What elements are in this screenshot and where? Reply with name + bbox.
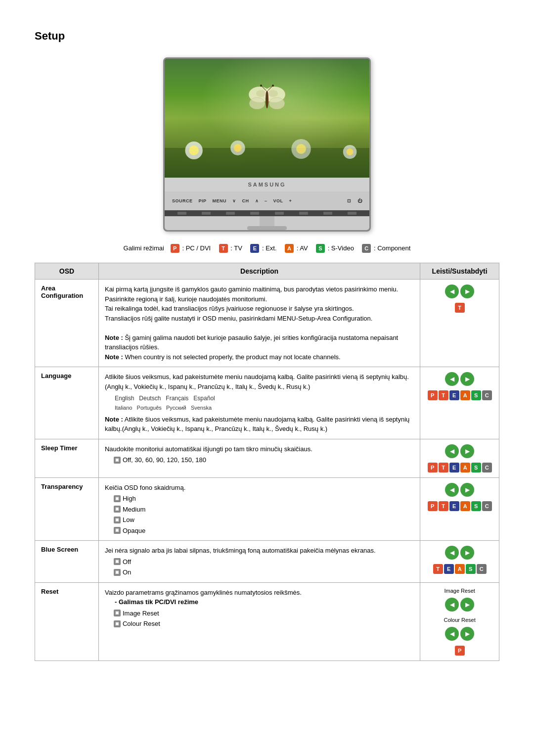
row-ctrl-blue-screen: ◀ ▶ T E A S C — [420, 541, 499, 583]
tv-controls-bar: SOURCE PIP MENU ∨ CH ∧ – VOL + ⊡ ⏻ — [165, 191, 369, 210]
svg-point-17 — [296, 144, 306, 154]
mode-line: Galimi režimai P : PC / DVI T : TV E : E… — [35, 244, 499, 253]
svg-point-1 — [249, 97, 265, 109]
row-ctrl-language: ◀ ▶ P T E A S C — [420, 367, 499, 439]
badge-a: A — [460, 390, 470, 400]
svg-point-15 — [234, 144, 242, 152]
arrow-left-btn[interactable]: ◀ — [445, 483, 459, 497]
row-ctrl-transparency: ◀ ▶ P T E A S C — [420, 477, 499, 541]
tv-pip-btn[interactable]: PIP — [199, 198, 207, 203]
table-row: Blue Screen Jei nėra signalo arba jis la… — [35, 541, 499, 583]
badge-t: T — [439, 463, 448, 472]
arrow-right-btn[interactable]: ▶ — [460, 483, 474, 497]
badge-c: C — [482, 463, 492, 472]
arrow-left-btn-colour[interactable]: ◀ — [445, 627, 459, 641]
mode-prefix: Galimi režimai — [124, 244, 164, 252]
badge-e: E — [449, 463, 459, 472]
tv-bottom-strip — [165, 210, 369, 216]
double-arrow-btns-colour: ◀ ▶ — [445, 627, 474, 641]
svg-point-3 — [269, 97, 285, 109]
badge-c: C — [482, 390, 492, 400]
double-arrow-btns: ◀ ▶ — [445, 546, 474, 560]
tv-vol-down-btn[interactable]: – — [265, 198, 267, 203]
col-header-osd: OSD — [35, 263, 99, 280]
colour-reset-label: Colour Reset — [123, 619, 160, 629]
row-label-language: Language — [35, 367, 99, 439]
colour-reset-text: Colour Reset — [444, 617, 476, 623]
tv-ch-down-btn[interactable]: ∨ — [232, 198, 236, 203]
badge-e: E — [449, 390, 459, 400]
arrow-left-btn[interactable]: ◀ — [445, 444, 459, 458]
badge-s: S — [466, 564, 476, 574]
mode-badge-s: S — [316, 244, 325, 253]
table-row: Transparency Keičia OSD fono skaidrumą. … — [35, 477, 499, 541]
row-ctrl-sleep-timer: ◀ ▶ P T E A S C — [420, 439, 499, 477]
badge-s: S — [471, 463, 481, 472]
double-arrow-btns-image: ◀ ▶ — [445, 598, 474, 612]
row-desc-blue-screen: Jei nėra signalo arba jis labai silpnas,… — [98, 541, 420, 583]
col-header-leisti: Leisti/Sustabdyti — [420, 263, 499, 280]
double-arrow-btns: ◀ ▶ — [445, 284, 474, 298]
tv-ch-up-btn[interactable]: ∧ — [255, 198, 259, 203]
svg-point-19 — [347, 148, 354, 155]
row-ctrl-reset: Image Reset ◀ ▶ Colour Reset ◀ ▶ P — [420, 582, 499, 661]
mode-badge-t: T — [219, 244, 228, 253]
tv-image-container: SAMSUNG SOURCE PIP MENU ∨ CH ∧ – VOL + ⊡… — [35, 57, 499, 232]
row-desc-language: Atlikite šiuos veiksmus, kad pakeistumėt… — [98, 367, 420, 439]
arrow-left-btn[interactable]: ◀ — [445, 372, 459, 386]
tv-menu-btn[interactable]: MENU — [213, 198, 227, 203]
mode-badge-c: C — [362, 244, 371, 253]
arrow-right-btn-colour[interactable]: ▶ — [460, 627, 474, 641]
badge-p: P — [428, 501, 438, 511]
arrow-right-btn[interactable]: ▶ — [460, 546, 474, 560]
row-label-reset: Reset — [35, 582, 99, 661]
tv-power-btn[interactable]: ⏻ — [357, 198, 362, 203]
mode-badge-a: A — [285, 244, 294, 253]
tv-vol-up-btn[interactable]: + — [289, 198, 292, 203]
svg-point-9 — [260, 85, 262, 87]
tv-display: SAMSUNG SOURCE PIP MENU ∨ CH ∧ – VOL + ⊡… — [163, 57, 371, 232]
tv-extra-btn[interactable]: ⊡ — [347, 198, 352, 203]
table-row: Language Atlikite šiuos veiksmus, kad pa… — [35, 367, 499, 439]
row-label-sleep-timer: Sleep Timer — [35, 439, 99, 477]
svg-point-13 — [189, 145, 199, 155]
badge-e: E — [444, 564, 454, 574]
row-desc-area-config: Kai pirmą kartą įjungsite iš gamyklos ga… — [98, 280, 420, 367]
badge-t: T — [433, 564, 443, 574]
table-row: AreaConfiguration Kai pirmą kartą įjungs… — [35, 280, 499, 367]
row-desc-sleep-timer: Naudokite monitoriui automatiškai išjung… — [98, 439, 420, 477]
arrow-right-btn[interactable]: ▶ — [460, 372, 474, 386]
table-header-row: OSD Description Leisti/Sustabdyti — [35, 263, 499, 280]
badge-t: T — [439, 501, 448, 511]
arrow-right-btn[interactable]: ▶ — [460, 284, 474, 298]
setup-table: OSD Description Leisti/Sustabdyti AreaCo… — [35, 263, 499, 661]
badge-a: A — [455, 564, 465, 574]
badge-e: E — [449, 501, 459, 511]
arrow-right-btn[interactable]: ▶ — [460, 598, 474, 612]
butterfly-image — [247, 84, 287, 113]
svg-point-10 — [272, 85, 274, 87]
badge-p: P — [428, 463, 438, 472]
arrow-left-btn[interactable]: ◀ — [445, 546, 459, 560]
double-arrow-btns: ◀ ▶ — [445, 483, 474, 497]
mode-badge-p: P — [171, 244, 179, 253]
image-reset-text: Image Reset — [444, 588, 475, 594]
row-desc-transparency: Keičia OSD fono skaidrumą. ▣ High ▣ Medi… — [98, 477, 420, 541]
row-desc-reset: Vaizdo parametrams grąžinamos gamyklinės… — [98, 582, 420, 661]
arrow-left-btn[interactable]: ◀ — [445, 598, 459, 612]
svg-point-5 — [268, 90, 278, 97]
badge-a: A — [460, 501, 470, 511]
double-arrow-btns: ◀ ▶ — [445, 444, 474, 458]
table-row: Reset Vaizdo parametrams grąžinamos gamy… — [35, 582, 499, 661]
arrow-left-btn[interactable]: ◀ — [445, 284, 459, 298]
badge-c: C — [482, 501, 492, 511]
flowers-bg — [165, 128, 369, 178]
row-label-area-config: AreaConfiguration — [35, 280, 99, 367]
row-label-transparency: Transparency — [35, 477, 99, 541]
arrow-right-btn[interactable]: ▶ — [460, 444, 474, 458]
table-row: Sleep Timer Naudokite monitoriui automat… — [35, 439, 499, 477]
tv-stand — [165, 216, 369, 230]
badge-s: S — [471, 390, 481, 400]
svg-point-6 — [266, 91, 268, 108]
tv-source-btn[interactable]: SOURCE — [172, 198, 193, 203]
